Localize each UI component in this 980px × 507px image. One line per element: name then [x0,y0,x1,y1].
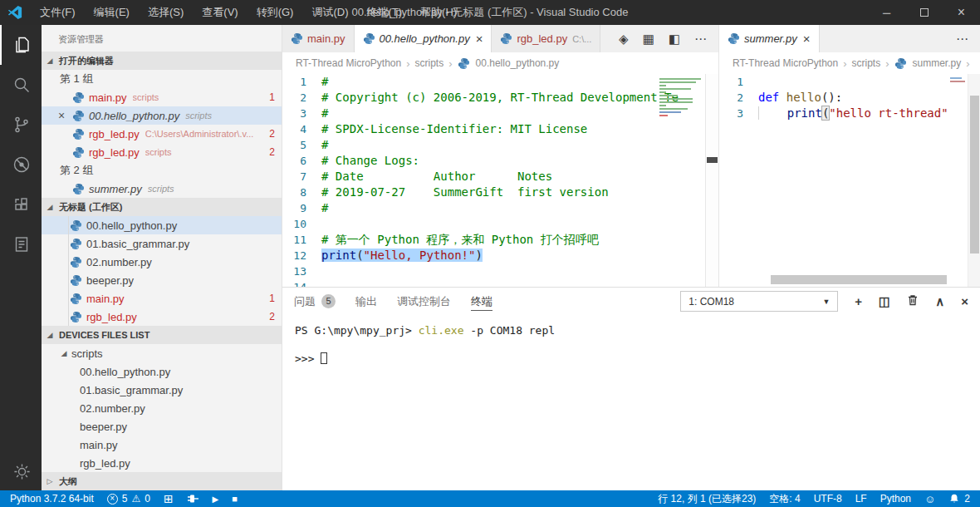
activity-explorer-icon[interactable] [0,25,42,65]
overview-ruler[interactable] [705,74,718,287]
menu-item[interactable]: 编辑(E) [85,0,139,25]
minimize-button[interactable]: ─ [868,0,905,25]
close-icon[interactable]: × [58,109,72,122]
tab-close-icon[interactable]: × [803,32,811,45]
status-cursor-position[interactable]: 行 12, 列 1 (已选择23) [651,490,762,507]
section-header-devices[interactable]: ◢DEVICES FILES LIST [42,326,282,344]
code-text: print("Hello, Python!") [321,248,483,263]
breadcrumb-item[interactable]: 00.hello_python.py [476,57,560,69]
section-header-outline[interactable]: ▷大纲 [42,472,282,490]
breadcrumb-item[interactable]: RT-Thread MicroPython [296,57,401,69]
vertical-scrollbar[interactable] [968,74,980,287]
activity-notebook-icon[interactable] [0,224,42,264]
panel-tab[interactable]: 终端 [471,288,492,315]
close-panel-icon[interactable]: × [961,294,968,308]
more-actions-icon[interactable]: ⋯ [694,32,707,47]
status-run-button[interactable]: ▶ [206,490,226,507]
code-text: # [321,106,328,121]
maximize-panel-icon[interactable]: ∧ [935,294,944,309]
device-file-item[interactable]: 02.number.py [42,399,282,417]
workspace-file-item[interactable]: main.py1 [42,289,282,308]
activity-search-icon[interactable] [0,65,42,105]
code-editor-left[interactable]: 1#2# Copyright (c) 2006-2019, RT-Thread … [282,74,718,287]
code-text: # Copyright (c) 2006-2019, RT-Thread Dev… [321,90,679,106]
terminal-select[interactable]: 1: COM18 ▼ [680,291,838,312]
line-number: 1 [282,74,321,90]
status-python-version[interactable]: Python 3.7.2 64-bit [3,490,100,507]
panel-tab[interactable]: 调试控制台 [397,288,451,315]
device-file-item[interactable]: 01.basic_grammar.py [42,381,282,399]
device-folder-row[interactable]: ◢scripts [42,344,282,362]
workspace-file-item[interactable]: rgb_led.py2 [42,308,282,326]
section-header-workspace[interactable]: ◢无标题 (工作区) [42,198,282,216]
terminal-output[interactable]: PS G:\mpy\mpy_prj> cli.exe -p COM18 repl… [282,315,980,490]
new-terminal-icon[interactable]: + [855,294,862,308]
editor-group-left: main.py00.hello_python.py×rgb_led.pyC:\.… [282,25,719,287]
editor-tab[interactable]: 00.hello_python.py× [355,25,492,52]
status-language-mode[interactable]: Python [874,490,918,507]
open-editor-item[interactable]: rgb_led.pyscripts2 [42,143,282,161]
close-button[interactable]: × [943,0,980,25]
menu-item[interactable]: 文件(F) [31,0,85,25]
device-file-item[interactable]: beeper.py [42,417,282,436]
status-sync-button[interactable]: ⊞ [157,490,180,507]
status-indentation[interactable]: 空格: 4 [762,490,806,507]
open-editor-item[interactable]: summer.pyscripts [42,180,282,198]
kill-terminal-icon[interactable] [907,294,919,308]
workspace-file-item[interactable]: 02.number.py [42,253,282,271]
maximize-button[interactable] [905,0,943,25]
horizontal-scrollbar[interactable] [771,275,947,284]
chevron-right-icon: › [843,57,846,70]
minimap[interactable] [658,76,704,118]
file-name: rgb_led.py [86,311,137,323]
workspace-file-item[interactable]: beeper.py [42,271,282,289]
run-diamond-icon[interactable]: ◈ [619,32,629,47]
minimap [950,76,967,84]
status-eol[interactable]: LF [849,490,874,507]
file-name: main.py [89,91,127,104]
menu-item[interactable]: 调试(D) [302,0,357,25]
device-file-item[interactable]: rgb_led.py [42,454,282,472]
code-editor-right[interactable]: 12def hello():3 print("hello rt-thread" [719,74,980,287]
workspace-file-item[interactable]: 01.basic_grammar.py [42,234,282,253]
breadcrumb-item[interactable]: scripts [852,57,881,69]
breadcrumb-item[interactable]: summer.py [913,57,962,69]
status-encoding[interactable]: UTF-8 [807,490,849,507]
split-editor-icon[interactable]: ◧ [669,32,680,47]
open-preview-icon[interactable]: ▦ [643,32,654,47]
activity-debug-icon[interactable] [0,145,42,185]
editor-tab[interactable]: main.py [282,25,355,52]
menu-item[interactable]: 查看(V) [193,0,247,25]
terminal-text: >>> [295,352,321,365]
activity-source-control-icon[interactable] [0,105,42,145]
open-editor-item[interactable]: rgb_led.pyC:\Users\Administrator\.v...2 [42,125,282,143]
tab-bar-left: main.py00.hello_python.py×rgb_led.pyC:\.… [282,25,718,52]
error-badge: 2 [269,128,275,140]
open-editor-item[interactable]: main.pyscripts1 [42,88,282,106]
breadcrumb-item[interactable]: scripts [415,57,444,69]
status-notifications[interactable]: 2 [942,490,977,507]
device-file-item[interactable]: main.py [42,436,282,454]
status-connect-device-button[interactable] [180,490,206,507]
breadcrumb-item[interactable]: RT-Thread MicroPython [733,57,838,69]
section-header-open-editors[interactable]: ◢打开的编辑器 [42,52,282,70]
status-feedback-button[interactable]: ☺ [918,490,942,507]
open-editor-item[interactable]: ×00.hello_python.pyscripts [42,106,282,125]
activity-extensions-icon[interactable] [0,185,42,224]
split-terminal-icon[interactable]: ◫ [879,294,890,309]
editor-tab[interactable]: summer.py× [719,25,820,52]
device-file-item[interactable]: 00.hello_python.py [42,362,282,381]
panel-tab[interactable]: 输出 [355,288,377,315]
menu-item[interactable]: 选择(S) [139,0,193,25]
status-stop-button[interactable]: ■ [225,490,244,507]
title-bar: 文件(F)编辑(E)选择(S)查看(V)转到(G)调试(D)终端(T)帮助(H)… [0,0,980,25]
settings-gear-icon[interactable] [0,452,42,490]
status-problems[interactable]: × 5 ⚠ 0 [100,490,157,507]
panel-tab[interactable]: 问题5 [294,288,336,315]
workspace-file-item[interactable]: 00.hello_python.py [42,216,282,234]
menu-item[interactable]: 转到(G) [247,0,303,25]
python-icon [72,91,85,104]
more-actions-icon[interactable]: ⋯ [956,32,968,47]
tab-close-icon[interactable]: × [476,32,483,45]
editor-tab[interactable]: rgb_led.pyC:\... [492,25,600,52]
